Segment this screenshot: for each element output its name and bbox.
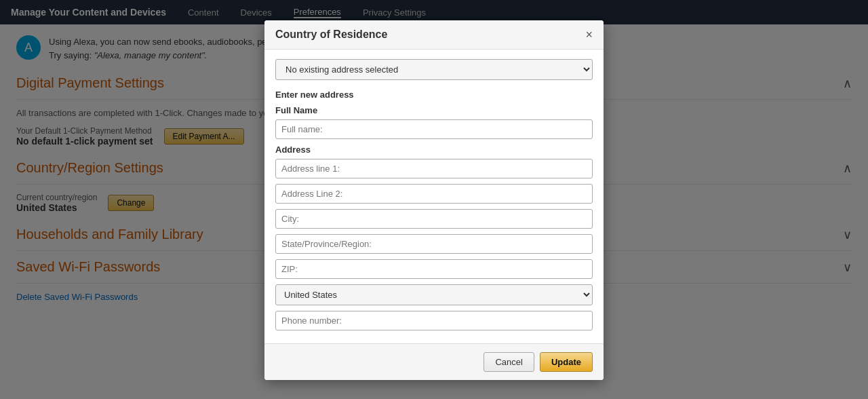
address-label: Address	[275, 145, 593, 155]
city-input[interactable]	[275, 209, 593, 229]
update-button[interactable]: Update	[540, 352, 593, 372]
modal-close-button[interactable]: ×	[585, 28, 593, 41]
modal-body: No existing address selected Enter new a…	[264, 50, 604, 343]
modal-overlay: Country of Residence × No existing addre…	[0, 0, 868, 399]
full-name-label: Full Name	[275, 105, 593, 115]
modal-title: Country of Residence	[275, 28, 387, 41]
state-input[interactable]	[275, 234, 593, 254]
phone-input[interactable]	[275, 311, 593, 330]
existing-address-select[interactable]: No existing address selected	[275, 59, 593, 80]
country-select[interactable]: United States Canada United Kingdom Aust…	[275, 284, 593, 305]
zip-input[interactable]	[275, 259, 593, 279]
address-line1-input[interactable]	[275, 159, 593, 178]
cancel-button[interactable]: Cancel	[484, 352, 534, 372]
enter-new-address-label: Enter new address	[275, 90, 593, 100]
modal-footer: Cancel Update	[264, 343, 604, 380]
modal-header: Country of Residence ×	[264, 20, 604, 50]
country-residence-modal: Country of Residence × No existing addre…	[264, 20, 604, 380]
full-name-input[interactable]	[275, 119, 593, 139]
address-line2-input[interactable]	[275, 184, 593, 204]
